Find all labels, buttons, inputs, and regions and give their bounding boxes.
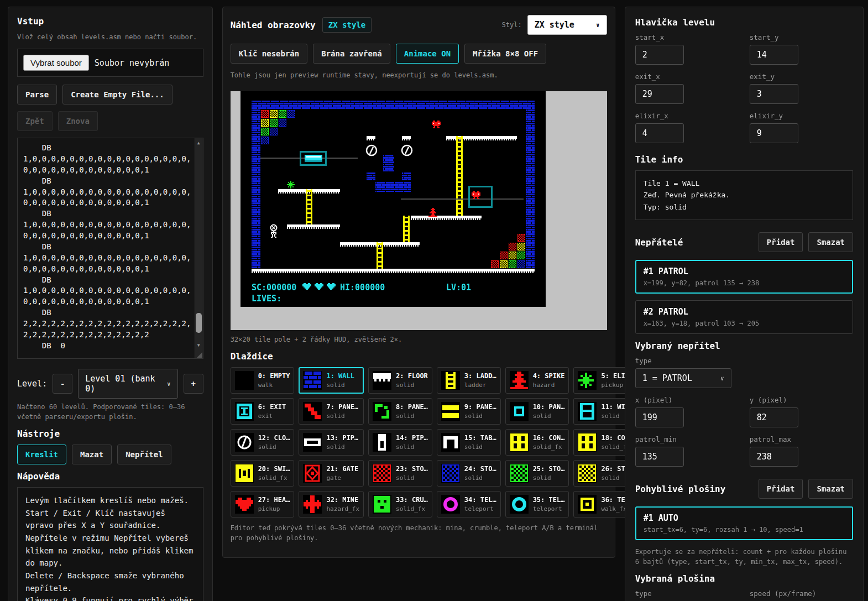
tile-label: 13: PIP… [326,434,358,442]
tile-button-7[interactable]: 7: PANE…solid [299,398,364,425]
tile-button-27[interactable]: 27: HEA…pickup [231,491,295,518]
tile-button-25[interactable]: 25: STO…solid [505,460,569,487]
enemy-type-select-field: type1 = PATROL∨ [635,357,739,388]
style-select[interactable]: ZX style ∨ [527,15,607,35]
level-minus-button[interactable]: - [53,374,72,394]
preview-note: Tohle jsou jen preview runtime stavy, ne… [231,70,607,80]
x-pixel--input[interactable]: 199 [635,407,684,427]
level-plus-button[interactable]: + [184,374,203,394]
tile-type: solid [396,474,428,482]
help-line: Levým tlačítkem kreslíš nebo mažeš. [25,494,195,507]
preview-toggle-animace-on[interactable]: Animace ON [396,44,459,64]
tile-button-16[interactable]: 16: CON…solid_fx [505,429,569,456]
tile-button-15[interactable]: 15: TAB…solid [437,429,501,456]
exit-y-input[interactable]: 3 [750,84,798,104]
clock-icon [235,433,254,452]
start-x-field: start_x2 [635,33,739,65]
enemy-delete-button[interactable]: Smazat [808,232,853,252]
tile-button-8[interactable]: 8: PANE…solid [368,398,432,425]
stone-green-icon [510,464,529,483]
patrol-max-input[interactable]: 238 [750,447,798,467]
tool-mazat[interactable]: Mazat [72,445,112,464]
preview-toggle-m-ka-8-8-off[interactable]: Mřížka 8×8 OFF [464,44,546,64]
tile-button-24[interactable]: 24: STO…solid [437,460,501,487]
tool-nep-tel[interactable]: Nepřítel [117,445,171,464]
help-box: Levým tlačítkem kreslíš nebo mažeš.Start… [17,487,203,601]
platform-add-button[interactable]: Přidat [759,479,803,499]
parse-button[interactable]: Parse [17,85,57,104]
enemies-title: Nepřátelé [635,237,683,248]
elixir-x-field: elixir_x4 [635,112,739,143]
tool-kreslit[interactable]: Kreslit [17,445,66,464]
start-x-input[interactable]: 2 [635,45,684,65]
tile-label: 9: PANE… [464,403,496,411]
tile-button-23[interactable]: 23: STO…solid [368,460,432,487]
style-select-value: ZX style [535,20,574,30]
tile-button-32[interactable]: 32: MINEhazard_fx [299,491,364,518]
start-x-label: start_x [635,33,739,41]
tile-type: solid_fx [533,443,565,451]
tile-button-12[interactable]: 12: CLO…solid [231,429,295,456]
tile-label: 4: SPIKE [533,372,565,380]
tile-button-21[interactable]: 21: GATEgate [299,460,364,487]
tile-button-9[interactable]: 9: PANE…solid [437,398,501,425]
scrollbar-thumb[interactable] [196,313,202,333]
platform-delete-button[interactable]: Smazat [808,479,853,499]
undo-button[interactable]: Zpět [17,111,53,131]
empty-icon [235,371,254,390]
resize-grip-icon[interactable] [197,352,202,358]
pipe-h-icon [303,433,322,452]
scroll-up-icon[interactable]: ▲ [195,139,203,147]
speed-px-frame--field: speed (px/frame)1 [750,589,853,601]
tile-button-34[interactable]: 34: TEL…teleport [437,491,501,518]
asm-editor[interactable]: DB 1,0,0,0,0,0,0,0,0,0,0,0,0,0,0,0,0,0,0… [17,138,203,359]
tile-button-6[interactable]: 6: EXITexit [231,398,295,425]
tile-button-1[interactable]: 1: WALLsolid [299,367,364,394]
exit-x-input[interactable]: 29 [635,84,684,104]
platform-type-select-field: type1 = AUTO∨ [635,589,739,601]
scrollbar[interactable]: ▲ ▼ [194,138,203,358]
tile-button-10[interactable]: 10: PAN…solid [505,398,569,425]
crumble-icon [373,495,391,514]
tile-button-0[interactable]: 0: EMPTYwalk [231,367,295,394]
tile-info-box: Tile 1 = WALLZeď. Pevná překážka.Typ: so… [635,170,853,220]
tile-button-20[interactable]: 20: SWI…solid_fx [231,460,295,487]
tile-type: solid [396,443,428,451]
level-select[interactable]: Level 01 (bank 0) ∨ [78,369,177,399]
tile-button-13[interactable]: 13: PIP…solid [299,429,364,456]
tile-button-2[interactable]: 2: FLOORsolid [368,367,432,394]
tile-type: walk [258,381,290,389]
panel-yellow-icon [441,402,460,421]
scroll-down-icon[interactable]: ▼ [195,342,203,349]
enemy-card[interactable]: #2 PATROLx=163, y=18, patrol 103 → 205 [635,300,853,334]
tile-button-35[interactable]: 35: TEL…teleport [505,491,569,518]
tile-button-4[interactable]: 4: SPIKEhazard [505,367,569,394]
level-preview-canvas[interactable] [240,91,546,307]
enemy-add-button[interactable]: Přidat [759,232,803,252]
tile-button-33[interactable]: 33: CRU…solid_fx [368,491,432,518]
choose-file-button[interactable]: Vybrat soubor [23,55,89,71]
preview-toggle-kl-nesebr-n[interactable]: Klíč nesebrán [231,44,308,64]
tile-button-3[interactable]: 3: LADD…ladder [437,367,501,394]
elixir-y-label: elixir_y [750,112,853,120]
gate-icon [303,464,322,483]
tile-label: 23: STO… [396,465,428,473]
asm-editor-text[interactable]: DB 1,0,0,0,0,0,0,0,0,0,0,0,0,0,0,0,0,0,0… [23,143,193,354]
enemy-type-select[interactable]: 1 = PATROL∨ [635,368,731,388]
terminal-icon [578,495,597,514]
elixir-x-input[interactable]: 4 [635,123,684,143]
elixir-y-input[interactable]: 9 [750,123,798,143]
tile-label: 15: TAB… [464,434,496,442]
start-y-input[interactable]: 14 [750,45,798,65]
patrol-min-input[interactable]: 135 [635,447,684,467]
tile-label: 8: PANE… [396,403,428,411]
stone-red-icon [373,464,391,483]
preview-toggle-br-na-zav-en-[interactable]: Brána zavřená [313,44,390,64]
tile-button-14[interactable]: 14: PIP…solid [368,429,432,456]
redo-button[interactable]: Znova [58,111,98,131]
tile-type: pickup [258,505,290,513]
platform-card[interactable]: #1 AUTOstart_tx=6, ty=6, rozsah 1 → 10, … [635,506,853,540]
y-pixel--input[interactable]: 82 [750,407,798,427]
create-empty-file-button[interactable]: Create Empty File... [62,85,172,104]
enemy-card[interactable]: #1 PATROLx=199, y=82, patrol 135 → 238 [635,260,853,294]
